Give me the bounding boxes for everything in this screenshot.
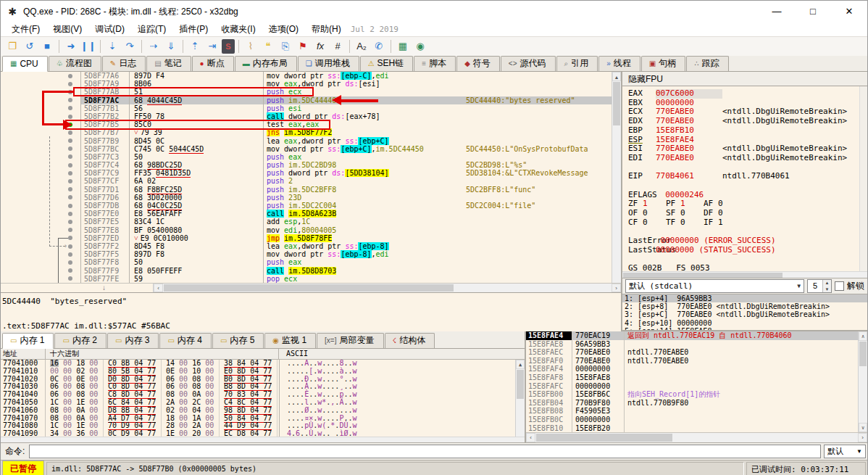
disasm-row[interactable]: 5D8F77ED˅E9 0C010000jmp im.5D8F78FE — [1, 234, 621, 242]
scroll-thumb[interactable] — [859, 342, 867, 366]
tab-源代码[interactable]: <>源代码 — [501, 56, 556, 71]
close-debuggee-icon[interactable]: ■ — [39, 39, 55, 54]
bookmarks-icon[interactable]: ⚑ — [295, 39, 311, 54]
call-arg-row[interactable]: 5: [esp+14] 15E8FAE8 — [622, 327, 867, 330]
run-to-user-code-icon[interactable]: ⇥ — [204, 39, 220, 54]
call-arg-row[interactable]: 1: [esp+4] 96A59BB3 — [622, 294, 867, 302]
laststatus-row[interactable]: LastStatus00000000 (STATUS_SUCCESS) — [628, 246, 867, 255]
tab-监视-1[interactable]: ◉监视 1 — [264, 333, 316, 348]
call-arg-row[interactable]: 4: [esp+10] 00000000 — [622, 319, 867, 327]
row-dot[interactable] — [68, 146, 72, 151]
tab-符号[interactable]: ◆符号 — [456, 56, 500, 71]
scroll-up-arrow[interactable]: ▲ — [516, 360, 525, 369]
disasm-row[interactable]: 5D8F77E0E8 56EAFAFFcall im.5D8A623B — [1, 210, 621, 218]
step-out-icon[interactable]: ⇡ — [187, 39, 203, 54]
row-dot[interactable] — [68, 244, 72, 249]
memory-row[interactable]: 7704109034 00 36 000C D9 04 771E 00 20 0… — [1, 430, 525, 437]
command-input[interactable] — [29, 445, 821, 458]
row-dot[interactable] — [68, 139, 72, 143]
flags-row[interactable]: OF 0SF 0DF 0 — [628, 209, 867, 218]
tab-内存布局[interactable]: ▬内存布局 — [235, 56, 297, 71]
row-dot[interactable] — [68, 195, 72, 199]
maximize-button[interactable]: □ — [795, 1, 831, 22]
stack-row[interactable]: 15E8FB0015E8FB6C指向SEH_Record[1]的指针 — [526, 390, 867, 399]
tab-日志[interactable]: ✎日志 — [102, 56, 146, 71]
tab-调用堆栈[interactable]: ❏调用堆栈 — [298, 56, 359, 71]
tab-内存-5[interactable]: ▭内存 5 — [212, 333, 264, 348]
tab-局部变量[interactable]: [x=]局部变量 — [317, 333, 383, 348]
disasm-row[interactable]: 5D8F77A6897D F4mov dword ptr ss:[ebp-C],… — [1, 72, 621, 80]
spinner-down-icon[interactable]: ▼ — [823, 286, 831, 293]
minimize-button[interactable]: — — [759, 1, 795, 22]
disasm-row[interactable]: 5D8F77D168 F8BFC25Dpush im.5DC2BFF85DC2B… — [1, 186, 621, 194]
tab-内存-4[interactable]: ▭内存 4 — [159, 333, 211, 348]
stack-row[interactable]: 15E8FB04770B9F80ntdll.770B9F80 — [526, 399, 867, 408]
flag-tf[interactable]: TF 0 — [666, 218, 704, 228]
disasm-row[interactable]: 5D8F77BCC745 0C 5044C45Dmov dword ptr ss… — [1, 145, 621, 153]
row-dot[interactable] — [68, 228, 72, 232]
sse-avx-icon[interactable]: S — [222, 39, 235, 54]
restart-icon[interactable]: ↺ — [22, 39, 38, 54]
calculator-icon[interactable]: ▦ — [395, 39, 411, 54]
tab-句柄[interactable]: ▣句柄 — [641, 56, 685, 71]
patches-icon[interactable]: ⌇ — [243, 39, 259, 54]
scroll-thumb[interactable] — [613, 82, 620, 125]
row-dot[interactable] — [68, 252, 72, 257]
stack-row[interactable]: 15E8FB1015E8FB20 — [526, 424, 867, 432]
run-icon[interactable]: ➜ — [63, 39, 79, 54]
strings-icon[interactable]: A₂ — [354, 39, 370, 54]
stack-row[interactable]: 15E8FB0C00000000 — [526, 416, 867, 424]
stack-vertical-scrollbar[interactable]: ∧ ∨ — [858, 331, 867, 432]
row-dot[interactable] — [68, 82, 72, 86]
scroll-up-arrow[interactable]: ▲ — [612, 72, 621, 81]
scroll-thumb[interactable] — [536, 434, 672, 442]
disasm-row[interactable]: 5D8F77DB68 04C0C25Dpush im.5DC2C0045DC2C… — [1, 202, 621, 210]
attach-icon[interactable]: ✆ — [371, 39, 387, 54]
row-dot[interactable] — [68, 171, 72, 175]
row-dot[interactable] — [68, 74, 72, 78]
memory-horizontal-scrollbar[interactable] — [1, 437, 525, 442]
disasm-row[interactable]: 5D8F77F5897D F8mov dword ptr ss:[ebp-8],… — [1, 250, 621, 258]
scroll-right-arrow[interactable]: › — [612, 284, 621, 292]
disasm-row[interactable]: 5D8F77B98D45 0Clea eax,dword ptr ss:[ebp… — [1, 137, 621, 145]
tab-cpu[interactable]: ▦CPU — [2, 56, 48, 72]
register-row-edx[interactable]: EDX770EABE0<ntdll.DbgUiRemoteBreakin> — [628, 117, 867, 126]
row-dot[interactable] — [68, 106, 72, 110]
row-dot[interactable] — [68, 179, 72, 183]
row-dot[interactable] — [68, 115, 72, 119]
pause-icon[interactable]: ❙❙ — [80, 39, 96, 54]
eflags-row[interactable]: EFLAGS 00000246 — [628, 191, 867, 200]
row-dot[interactable] — [68, 163, 72, 168]
stack-row[interactable]: 15E8FAE4770EAC19返回到 ntdll.770EAC19 自 ntd… — [526, 331, 867, 340]
register-row-ebp[interactable]: EBP15E8FB10 — [628, 126, 867, 136]
disasm-row[interactable]: 5D8F77B156push esi — [1, 104, 621, 112]
disasm-row[interactable]: 5D8F77AC68 4044C45Dpush im.5DC444405DC44… — [1, 96, 621, 104]
tab-内存-1[interactable]: ▭内存 1 — [2, 333, 54, 349]
labels-icon[interactable]: ⎘ — [277, 39, 293, 54]
tab-线程[interactable]: »线程 — [598, 56, 640, 71]
step-into-icon[interactable]: ⇣ — [104, 39, 120, 54]
stack-row[interactable]: 15E8FAE896A59BB3 — [526, 340, 867, 349]
disasm-row[interactable]: 5D8F77E583C4 1Cadd esp,1C — [1, 218, 621, 226]
unlock-checkbox[interactable] — [835, 281, 844, 291]
disasm-row[interactable]: 5D8F77C9FF35 0481D35Dpush dword ptr ds:[… — [1, 169, 621, 177]
stack-row[interactable]: 15E8FAF400000000 — [526, 365, 867, 373]
disasm-row[interactable]: 5D8F77F9E8 050FFEFFcall im.5D8D8703 — [1, 267, 621, 275]
row-dot[interactable] — [68, 268, 72, 273]
preferences-icon[interactable]: ◉ — [412, 39, 428, 54]
stack-row[interactable]: 15E8FAEC770EABE0ntdll.770EABE0 — [526, 348, 867, 357]
trace-over-icon[interactable]: ⇓ — [163, 39, 179, 54]
scroll-down-arrow[interactable]: ∨ — [859, 423, 867, 432]
tab-跟踪[interactable]: ∴跟踪 — [686, 56, 728, 71]
stack-row[interactable]: 15E8FAF0770EABE0ntdll.770EABE0 — [526, 357, 867, 365]
menu-item-d[interactable]: 调试(D) — [88, 22, 131, 36]
disasm-row[interactable]: 5D8F77C468 98BDC25Dpush im.5DC2BD985DC2B… — [1, 161, 621, 169]
tab-流程图[interactable]: ♧流程图 — [49, 56, 101, 71]
stack-horizontal-scrollbar[interactable]: ‹ › — [526, 432, 867, 442]
call-arg-row[interactable]: 2: [esp+8] 770EABE0 <ntdll.DbgUiRemoteBr… — [622, 302, 867, 310]
open-file-icon[interactable]: ❐ — [4, 39, 20, 54]
scroll-thumb[interactable] — [623, 273, 783, 278]
registers-horizontal-scrollbar[interactable] — [622, 271, 867, 278]
row-dot[interactable] — [68, 212, 72, 216]
scroll-up-arrow[interactable]: ∧ — [859, 331, 867, 341]
